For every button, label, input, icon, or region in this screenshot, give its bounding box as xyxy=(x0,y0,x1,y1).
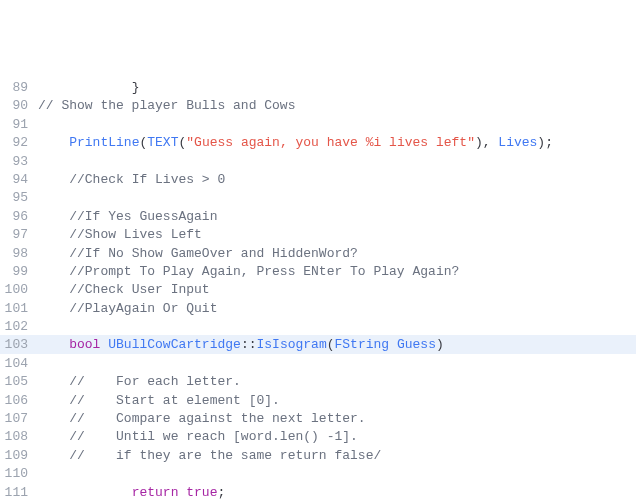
line-number: 108 xyxy=(0,427,38,447)
token: ( xyxy=(327,337,335,352)
token: "Guess again, you have %i lives left" xyxy=(186,135,475,150)
token: ) xyxy=(436,337,444,352)
code-line[interactable]: 92 PrintLine(TEXT("Guess again, you have… xyxy=(0,133,636,151)
token: UBullCowCartridge xyxy=(108,337,241,352)
code-line[interactable]: 106 // Start at element [0]. xyxy=(0,391,636,409)
code-content[interactable]: return true; xyxy=(38,483,636,500)
code-content[interactable]: } xyxy=(38,78,636,98)
token: ); xyxy=(537,135,553,150)
line-number: 94 xyxy=(0,170,38,190)
code-content[interactable]: PrintLine(TEXT("Guess again, you have %i… xyxy=(38,133,636,153)
code-line[interactable]: 99 //Prompt To Play Again, Press ENter T… xyxy=(0,262,636,280)
token: // Until we reach [word.len() -1]. xyxy=(69,429,358,444)
token: //Show Lives Left xyxy=(69,227,202,242)
line-number: 111 xyxy=(0,483,38,500)
token: bool xyxy=(69,337,100,352)
code-content[interactable]: bool UBullCowCartridge::IsIsogram(FStrin… xyxy=(38,335,636,355)
line-number: 99 xyxy=(0,262,38,282)
token: //If No Show GameOver and HiddenWord? xyxy=(69,246,358,261)
line-number: 105 xyxy=(0,372,38,392)
code-line[interactable]: 101 //PlayAgain Or Quit xyxy=(0,299,636,317)
token: TEXT xyxy=(147,135,178,150)
line-number: 106 xyxy=(0,391,38,411)
code-content[interactable]: // Start at element [0]. xyxy=(38,391,636,411)
code-line[interactable]: 94 //Check If Lives > 0 xyxy=(0,170,636,188)
token: // if they are the same return false/ xyxy=(69,448,381,463)
line-number: 95 xyxy=(0,188,38,208)
code-content[interactable]: //Show Lives Left xyxy=(38,225,636,245)
code-line[interactable]: 109 // if they are the same return false… xyxy=(0,446,636,464)
line-number: 96 xyxy=(0,207,38,227)
line-number: 92 xyxy=(0,133,38,153)
code-line[interactable]: 110 xyxy=(0,464,636,482)
line-number: 100 xyxy=(0,280,38,300)
code-line[interactable]: 91 xyxy=(0,115,636,133)
token: ), xyxy=(475,135,498,150)
code-content[interactable]: // Until we reach [word.len() -1]. xyxy=(38,427,636,447)
token: Lives xyxy=(498,135,537,150)
code-line[interactable]: 100 //Check User Input xyxy=(0,280,636,298)
code-content[interactable]: //Prompt To Play Again, Press ENter To P… xyxy=(38,262,636,282)
token: //If Yes GuessAgain xyxy=(69,209,217,224)
token xyxy=(389,337,397,352)
code-line[interactable]: 105 // For each letter. xyxy=(0,372,636,390)
token: // Show the player Bulls and Cows xyxy=(38,98,295,113)
code-content[interactable]: //PlayAgain Or Quit xyxy=(38,299,636,319)
code-line[interactable]: 98 //If No Show GameOver and HiddenWord? xyxy=(0,244,636,262)
code-content[interactable]: // Show the player Bulls and Cows xyxy=(38,96,636,116)
line-number: 102 xyxy=(0,317,38,337)
token: // For each letter. xyxy=(69,374,241,389)
token: //PlayAgain Or Quit xyxy=(69,301,217,316)
token: return xyxy=(132,485,179,500)
token: // Compare against the next letter. xyxy=(69,411,365,426)
code-editor[interactable]: 89 }90// Show the player Bulls and Cows9… xyxy=(0,78,636,500)
line-number: 89 xyxy=(0,78,38,98)
token: //Check User Input xyxy=(69,282,209,297)
code-line[interactable]: 107 // Compare against the next letter. xyxy=(0,409,636,427)
code-content[interactable]: //If Yes GuessAgain xyxy=(38,207,636,227)
line-number: 91 xyxy=(0,115,38,135)
code-line[interactable]: 95 xyxy=(0,188,636,206)
line-number: 103 xyxy=(0,335,38,355)
line-number: 97 xyxy=(0,225,38,245)
token: IsIsogram xyxy=(256,337,326,352)
code-content[interactable]: //If No Show GameOver and HiddenWord? xyxy=(38,244,636,264)
line-number: 90 xyxy=(0,96,38,116)
code-line[interactable]: 104 xyxy=(0,354,636,372)
line-number: 110 xyxy=(0,464,38,484)
code-content[interactable]: //Check User Input xyxy=(38,280,636,300)
line-number: 109 xyxy=(0,446,38,466)
code-content[interactable]: //Check If Lives > 0 xyxy=(38,170,636,190)
code-content[interactable]: // if they are the same return false/ xyxy=(38,446,636,466)
token: ; xyxy=(217,485,225,500)
code-content[interactable]: // For each letter. xyxy=(38,372,636,392)
code-line[interactable]: 108 // Until we reach [word.len() -1]. xyxy=(0,427,636,445)
line-number: 93 xyxy=(0,152,38,172)
token: :: xyxy=(241,337,257,352)
line-number: 98 xyxy=(0,244,38,264)
token: Guess xyxy=(397,337,436,352)
token: FString xyxy=(335,337,390,352)
token: // Start at element [0]. xyxy=(69,393,280,408)
code-line[interactable]: 102 xyxy=(0,317,636,335)
code-line[interactable]: 89 } xyxy=(0,78,636,96)
code-line[interactable]: 90// Show the player Bulls and Cows xyxy=(0,96,636,114)
code-line[interactable]: 96 //If Yes GuessAgain xyxy=(0,207,636,225)
code-line[interactable]: 93 xyxy=(0,152,636,170)
line-number: 107 xyxy=(0,409,38,429)
line-number: 101 xyxy=(0,299,38,319)
code-line[interactable]: 111 return true; xyxy=(0,483,636,500)
line-number: 104 xyxy=(0,354,38,374)
code-line[interactable]: 97 //Show Lives Left xyxy=(0,225,636,243)
token: true xyxy=(186,485,217,500)
code-content[interactable]: // Compare against the next letter. xyxy=(38,409,636,429)
token: } xyxy=(132,80,140,95)
token: PrintLine xyxy=(69,135,139,150)
code-line[interactable]: 103 bool UBullCowCartridge::IsIsogram(FS… xyxy=(0,335,636,353)
token: //Prompt To Play Again, Press ENter To P… xyxy=(69,264,459,279)
token: //Check If Lives > 0 xyxy=(69,172,225,187)
